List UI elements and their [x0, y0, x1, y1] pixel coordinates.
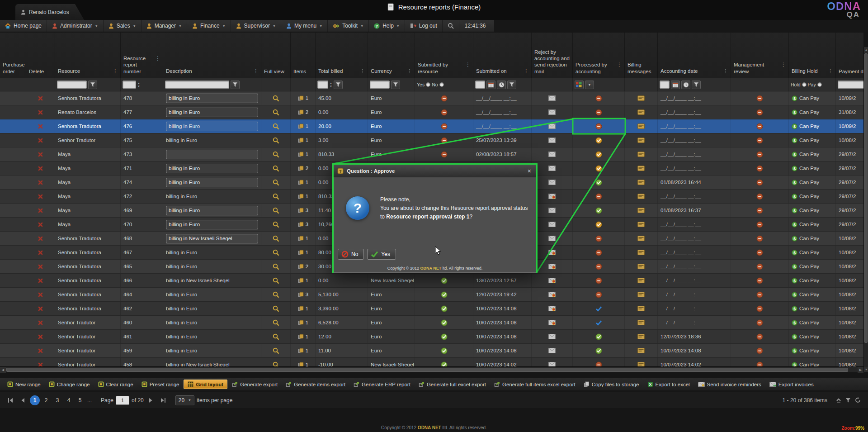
hscroll-thumb[interactable]	[6, 368, 848, 372]
no-radio[interactable]	[439, 82, 444, 87]
delete-button[interactable]	[26, 119, 55, 133]
filter-button[interactable]	[692, 81, 701, 89]
description-input[interactable]: billing in Euro	[166, 122, 258, 131]
column-menu-icon[interactable]: ⋮	[523, 68, 530, 75]
reject-mail-button[interactable]	[532, 147, 573, 161]
page-number-1[interactable]: 1	[30, 395, 40, 405]
reject-mail-button[interactable]	[532, 288, 573, 301]
page-input[interactable]: 1	[116, 396, 129, 405]
reject-mail-button[interactable]	[532, 218, 573, 231]
column-menu-icon[interactable]: ⋮	[406, 68, 413, 75]
cell-processed-by-accounting[interactable]	[573, 119, 625, 133]
status-filter-button[interactable]	[575, 81, 584, 89]
reject-mail-button[interactable]	[532, 119, 573, 133]
toolbar-generate-erp-report-button[interactable]: Generate ERP report	[350, 380, 414, 389]
full-view-button[interactable]	[261, 119, 291, 133]
column-header-submitted-by-resource[interactable]: Submitted by resource⋮	[415, 33, 473, 78]
column-header-accounting-date[interactable]: Accounting date⋮	[658, 33, 731, 78]
filter-input[interactable]	[660, 81, 670, 89]
delete-button[interactable]	[26, 91, 55, 105]
description-input[interactable]: billing in Euro	[166, 164, 258, 173]
filter-input[interactable]	[123, 81, 136, 89]
grid-row-459[interactable]: Senhor Tradutor459billing in Euro111.00E…	[0, 344, 863, 358]
grid-row-461[interactable]: Senhor Tradutor461billing in Euro112.00E…	[0, 330, 863, 344]
column-header-items[interactable]: Items	[291, 33, 316, 78]
toolbar-send-invoice-reminders-button[interactable]: Send invoice reminders	[694, 380, 765, 389]
delete-button[interactable]	[26, 204, 55, 217]
full-view-button[interactable]	[261, 161, 291, 175]
filter-input[interactable]	[475, 81, 485, 89]
description-input[interactable]: billing in Euro	[166, 220, 258, 229]
pay-radio[interactable]	[817, 82, 822, 87]
full-view-button[interactable]	[261, 190, 291, 203]
cell-processed-by-accounting[interactable]	[573, 176, 625, 189]
grid-row-473[interactable]: Maya4731810.33Euro02/08/2023 18:57__/__/…	[0, 147, 863, 161]
full-view-button[interactable]	[261, 204, 291, 217]
reject-mail-button[interactable]	[532, 133, 573, 147]
billing-messages-button[interactable]	[625, 260, 658, 273]
filter-button[interactable]	[231, 81, 240, 89]
cell-processed-by-accounting[interactable]	[573, 344, 625, 357]
filter-button[interactable]	[88, 81, 97, 89]
billing-messages-button[interactable]	[625, 330, 658, 343]
full-view-button[interactable]	[261, 91, 291, 105]
description-input[interactable]: billing in Euro	[166, 94, 258, 103]
billing-messages-button[interactable]	[625, 358, 658, 366]
vscroll-thumb[interactable]	[864, 53, 868, 343]
horizontal-scrollbar[interactable]: ◀ ▶	[0, 366, 863, 372]
column-menu-icon[interactable]: ⋮	[464, 62, 472, 68]
cell-processed-by-accounting[interactable]	[573, 316, 625, 329]
billing-messages-button[interactable]	[625, 147, 658, 161]
toolbar-clear-range-button[interactable]: Clear range	[94, 380, 137, 389]
scroll-right-icon[interactable]: ▶	[858, 367, 863, 373]
full-view-button[interactable]	[261, 274, 291, 287]
column-header-submitted-on[interactable]: Submitted on⋮	[473, 33, 532, 78]
column-header-processed-by-accounting[interactable]: Processed by accounting⋮	[573, 33, 625, 78]
reject-mail-button[interactable]	[532, 161, 573, 175]
reject-mail-button[interactable]	[532, 246, 573, 259]
delete-button[interactable]	[26, 274, 55, 287]
description-input[interactable]: billing in Euro	[166, 206, 258, 215]
description-input[interactable]: billing in Euro	[166, 108, 258, 117]
filter-icon[interactable]	[845, 398, 851, 403]
toolbar-change-range-button[interactable]: Change range	[45, 380, 94, 389]
reject-mail-button[interactable]	[532, 344, 573, 357]
yes-radio[interactable]	[426, 82, 430, 87]
time-button[interactable]	[497, 81, 506, 89]
billing-messages-button[interactable]	[625, 344, 658, 357]
vertical-scrollbar[interactable]: ▲ ▼	[863, 47, 868, 372]
delete-button[interactable]	[26, 218, 55, 231]
billing-messages-button[interactable]	[625, 302, 658, 315]
delete-button[interactable]	[26, 190, 55, 203]
column-menu-icon[interactable]: ⋮	[827, 68, 834, 75]
billing-messages-button[interactable]	[625, 119, 658, 133]
filter-button[interactable]	[391, 81, 400, 89]
toolbar-generate-export-button[interactable]: Generate export	[228, 380, 281, 389]
description-input[interactable]: billing in New Israeli Sheqel	[166, 234, 258, 243]
full-view-button[interactable]	[261, 358, 291, 366]
delete-button[interactable]	[26, 330, 55, 343]
cell-processed-by-accounting[interactable]	[573, 358, 625, 366]
toolbar-generate-items-export-button[interactable]: Generate items export	[282, 380, 349, 389]
grid-row-476[interactable]: Senhora Tradutora476billing in Euro120.0…	[0, 119, 863, 133]
billing-messages-button[interactable]	[625, 91, 658, 105]
delete-button[interactable]	[26, 133, 55, 147]
page-number-4[interactable]: 4	[64, 395, 74, 405]
delete-button[interactable]	[26, 288, 55, 301]
toolbar-grid-layout-button[interactable]: Grid layout	[184, 380, 227, 389]
close-icon[interactable]: ×	[526, 167, 533, 175]
column-header-delete[interactable]: Delete	[26, 33, 55, 78]
hold-radio[interactable]	[802, 82, 807, 87]
filter-button[interactable]	[507, 81, 516, 89]
description-input[interactable]: billing in Euro	[166, 178, 258, 187]
menu-item-help[interactable]: ?Help▼	[369, 20, 405, 32]
billing-messages-button[interactable]	[625, 204, 658, 217]
column-menu-icon[interactable]: ⋮	[359, 68, 366, 75]
billing-messages-button[interactable]	[625, 232, 658, 245]
cell-processed-by-accounting[interactable]	[573, 204, 625, 217]
filter-input[interactable]	[57, 81, 87, 89]
scroll-left-icon[interactable]: ◀	[0, 367, 6, 373]
grid-row-475[interactable]: Senhor Tradutor475billing in Euro13.00Eu…	[0, 133, 863, 147]
full-view-button[interactable]	[261, 246, 291, 259]
user-tab[interactable]: Renato Barcelos	[15, 4, 84, 20]
